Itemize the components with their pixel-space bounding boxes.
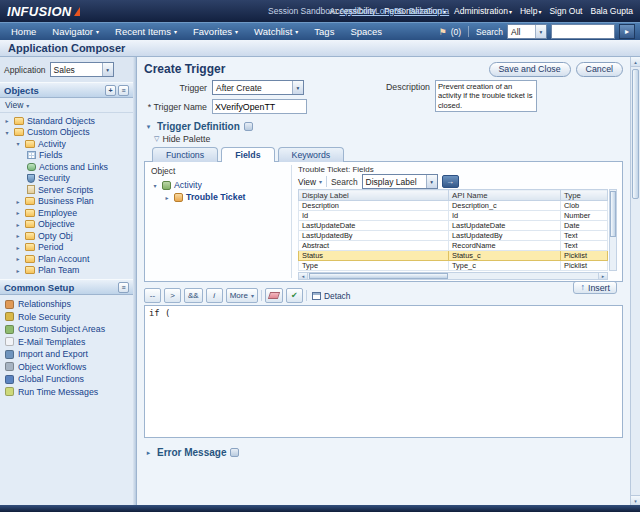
- expand-icon[interactable]: ▸: [14, 209, 22, 216]
- common-setup-custom-subject-areas[interactable]: Custom Subject Areas: [0, 323, 133, 336]
- new-object-icon[interactable]: +: [105, 85, 116, 96]
- menu-home[interactable]: Home: [3, 23, 44, 41]
- notification-count[interactable]: (0): [451, 27, 461, 37]
- field-cell[interactable]: RecordName: [449, 241, 561, 251]
- table-row[interactable]: DescriptionDescription_cClob: [299, 201, 608, 211]
- collapse-icon[interactable]: ▾: [151, 182, 159, 189]
- table-row[interactable]: AbstractRecordNameText: [299, 241, 608, 251]
- tree-item-activity[interactable]: ▾Activity: [0, 138, 133, 150]
- tree-item-plan-team[interactable]: ▸Plan Team: [0, 265, 133, 277]
- more-menu-button[interactable]: More▾: [226, 288, 258, 303]
- scrollbar-thumb[interactable]: [309, 273, 448, 279]
- expand-icon[interactable]: ▸: [14, 221, 22, 228]
- scrollbar-thumb[interactable]: [632, 69, 639, 199]
- operators-button[interactable]: &&: [184, 288, 203, 303]
- field-cell[interactable]: Abstract: [299, 241, 449, 251]
- menu-spaces[interactable]: Spaces: [342, 23, 390, 41]
- menu-tags[interactable]: Tags: [306, 23, 342, 41]
- tree-item-fields[interactable]: Fields: [0, 150, 133, 162]
- field-cell[interactable]: Id: [299, 211, 449, 221]
- table-row[interactable]: LastUpdateDateLastUpdateDateDate: [299, 221, 608, 231]
- hide-palette-toggle[interactable]: ▽ Hide Palette: [154, 134, 623, 144]
- field-cell[interactable]: Date: [561, 221, 608, 231]
- tree-item-plan-account[interactable]: ▸Plan Account: [0, 253, 133, 265]
- search-go-button[interactable]: ▸: [619, 24, 635, 39]
- chevron-down-icon[interactable]: ▾: [426, 175, 437, 188]
- common-setup-object-workflows[interactable]: Object Workflows: [0, 361, 133, 374]
- common-setup-run-time-messages[interactable]: Run Time Messages: [0, 386, 133, 399]
- menu-recent-items[interactable]: Recent Items▾: [107, 23, 185, 41]
- field-cell[interactable]: Type_c: [449, 261, 561, 271]
- panel-menu-icon[interactable]: ≡: [118, 85, 129, 96]
- tree-item-business-plan[interactable]: ▸Business Plan: [0, 196, 133, 208]
- cancel-button[interactable]: Cancel: [576, 62, 623, 77]
- info-button[interactable]: i: [206, 288, 223, 303]
- table-search-go-button[interactable]: →: [442, 175, 459, 188]
- erase-button[interactable]: [265, 288, 283, 303]
- tab-keywords[interactable]: Keywords: [278, 147, 345, 162]
- search-scope-select[interactable]: All ▾: [507, 24, 547, 39]
- expand-icon[interactable]: ▸: [144, 449, 153, 457]
- field-cell[interactable]: Picklist: [561, 251, 608, 261]
- detach-button[interactable]: Detach: [312, 291, 351, 301]
- table-row[interactable]: TypeType_cPicklist: [299, 261, 608, 271]
- field-cell[interactable]: LastUpdatedBy: [449, 231, 561, 241]
- scroll-right-button[interactable]: ▸: [598, 273, 607, 279]
- field-cell[interactable]: Description: [299, 201, 449, 211]
- column-type[interactable]: Type: [561, 190, 608, 201]
- panel-menu-icon[interactable]: ≡: [118, 282, 129, 293]
- field-cell[interactable]: Text: [561, 231, 608, 241]
- tree-item-opty-obj[interactable]: ▸Opty Obj: [0, 230, 133, 242]
- expand-icon[interactable]: ▸: [14, 255, 22, 262]
- search-column-select[interactable]: Display Label ▾: [362, 174, 438, 189]
- common-setup-import-and-export[interactable]: Import and Export: [0, 348, 133, 361]
- expand-icon[interactable]: ▸: [14, 244, 22, 251]
- scroll-down-button[interactable]: ▾: [631, 495, 640, 505]
- table-row-selected[interactable]: StatusStatus_cPicklist: [299, 251, 608, 261]
- collapse-icon[interactable]: ▾: [3, 129, 11, 136]
- session-sandbox-link[interactable]: ApplCoreLong5B_BalaGupta: [340, 6, 450, 16]
- field-cell[interactable]: Type: [299, 261, 449, 271]
- administration-menu[interactable]: Administration▾: [454, 6, 512, 16]
- global-search-input[interactable]: [551, 24, 615, 39]
- field-cell[interactable]: Status_c: [449, 251, 561, 261]
- expand-icon[interactable]: ▸: [3, 117, 11, 124]
- insert-button[interactable]: ↑ Insert: [573, 281, 617, 294]
- scrollbar-thumb[interactable]: [610, 191, 616, 237]
- save-and-close-button[interactable]: Save and Close: [489, 62, 571, 77]
- uncomment-button[interactable]: >: [164, 288, 181, 303]
- field-cell[interactable]: LastUpdatedBy: [299, 231, 449, 241]
- expand-icon[interactable]: ▸: [163, 194, 171, 201]
- common-setup-role-security[interactable]: Role Security: [0, 311, 133, 324]
- script-editor[interactable]: if (: [144, 305, 623, 438]
- field-cell[interactable]: Description_c: [449, 201, 561, 211]
- validate-button[interactable]: ✔: [286, 288, 303, 303]
- field-cell[interactable]: Number: [561, 211, 608, 221]
- tree-item-standard-objects[interactable]: ▸Standard Objects: [0, 115, 133, 127]
- chevron-down-icon[interactable]: ▾: [102, 63, 113, 76]
- tree-item-actions-and-links[interactable]: Actions and Links: [0, 161, 133, 173]
- tree-item-period[interactable]: ▸Period: [0, 242, 133, 254]
- field-cell[interactable]: LastUpdateDate: [449, 221, 561, 231]
- column-display-label[interactable]: Display Label: [299, 190, 449, 201]
- menu-watchlist[interactable]: Watchlist▾: [246, 23, 306, 41]
- menu-favorites[interactable]: Favorites▾: [185, 23, 246, 41]
- chevron-down-icon[interactable]: ▾: [292, 81, 303, 94]
- help-menu[interactable]: Help▾: [520, 6, 542, 16]
- common-setup-global-functions[interactable]: Global Functions: [0, 373, 133, 386]
- table-row[interactable]: LastUpdatedByLastUpdatedByText: [299, 231, 608, 241]
- expand-icon[interactable]: ▸: [14, 198, 22, 205]
- tree-item-custom-objects[interactable]: ▾Custom Objects: [0, 127, 133, 139]
- collapse-icon[interactable]: ▾: [14, 140, 22, 147]
- tree-item-objective[interactable]: ▸Objective: [0, 219, 133, 231]
- tree-item-server-scripts[interactable]: Server Scripts: [0, 184, 133, 196]
- trigger-name-input[interactable]: [212, 99, 307, 114]
- collapse-icon[interactable]: ▾: [144, 123, 153, 131]
- flag-icon[interactable]: ⚑: [439, 27, 447, 37]
- field-cell[interactable]: LastUpdateDate: [299, 221, 449, 231]
- common-setup-relationships[interactable]: Relationships: [0, 298, 133, 311]
- trigger-type-select[interactable]: After Create ▾: [212, 80, 304, 95]
- field-cell[interactable]: Id: [449, 211, 561, 221]
- tab-functions[interactable]: Functions: [152, 147, 218, 162]
- palette-tree-trouble-ticket[interactable]: ▸ Trouble Ticket: [163, 191, 287, 203]
